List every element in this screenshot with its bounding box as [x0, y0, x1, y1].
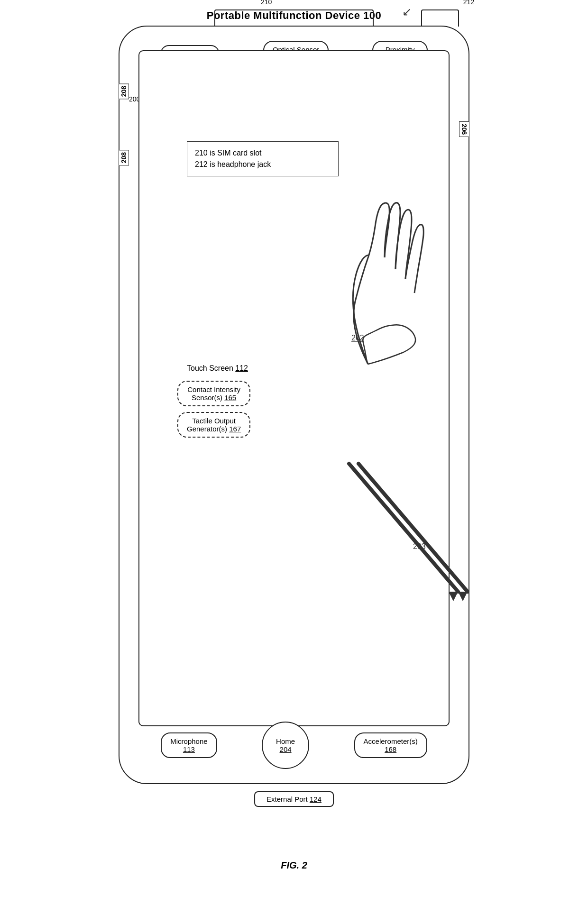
headphone-jack-212 — [421, 9, 459, 27]
stylus-svg: 203 — [330, 454, 472, 606]
svg-text:202: 202 — [351, 334, 364, 342]
svg-text:203: 203 — [413, 542, 426, 550]
device-outer: 210 212 ↙ 206 208 208 Speaker 111 — [100, 26, 488, 822]
home-label: Home204 — [276, 737, 295, 753]
svg-marker-3 — [458, 592, 468, 601]
touchscreen-text: Touch Screen 112 — [187, 364, 248, 372]
microphone-label: Microphone113 — [170, 737, 207, 753]
hand-svg: 202 — [283, 184, 463, 374]
side-label-206: 206 — [459, 121, 469, 137]
tactile-output-box: Tactile OutputGenerator(s) 167 — [177, 412, 250, 438]
page-container: Portable Multifunction Device 100 210 21… — [0, 0, 588, 924]
touchscreen-label: Touch Screen 112 — [187, 364, 248, 373]
annotation-line2: 212 is headphone jack — [195, 160, 271, 168]
bottom-area: Microphone113 Home204 Accelerometer(s)16… — [119, 722, 469, 769]
slot-210-label: 210 — [261, 0, 272, 6]
svg-marker-4 — [449, 592, 458, 601]
accelerometer-box: Accelerometer(s)168 — [354, 732, 427, 758]
svg-line-1 — [358, 464, 468, 592]
stylus-area: 203 — [330, 454, 472, 606]
external-port: External Port 124 — [254, 791, 334, 807]
device-frame: ↙ 206 208 208 Speaker 111 Optical Sensor… — [119, 26, 469, 784]
touch-sub-boxes: Contact IntensitySensor(s) 165 Tactile O… — [177, 381, 250, 438]
contact-intensity-box: Contact IntensitySensor(s) 165 — [177, 381, 250, 406]
sim-slot-210 — [214, 9, 374, 27]
home-button[interactable]: Home204 — [262, 722, 309, 769]
tactile-output-label: Tactile OutputGenerator(s) 167 — [187, 417, 241, 433]
side-label-208b: 208 — [119, 150, 129, 165]
annotation-line1: 210 is SIM card slot — [195, 149, 262, 157]
external-port-label: External Port 124 — [266, 795, 322, 803]
slot-212-label: 212 — [463, 0, 474, 6]
annotation-box: 210 is SIM card slot 212 is headphone ja… — [187, 141, 339, 176]
hand-gesture-area: 202 — [283, 184, 463, 374]
accelerometer-label: Accelerometer(s)168 — [364, 737, 418, 753]
title-arrow: ↙ — [402, 5, 412, 18]
fig-caption: FIG. 2 — [281, 860, 307, 871]
side-label-208a: 208 — [119, 83, 129, 99]
microphone-box: Microphone113 — [161, 732, 217, 758]
device-inner-screen: 210 is SIM card slot 212 is headphone ja… — [138, 50, 450, 726]
contact-intensity-label: Contact IntensitySensor(s) 165 — [187, 385, 240, 402]
svg-line-2 — [349, 464, 458, 592]
